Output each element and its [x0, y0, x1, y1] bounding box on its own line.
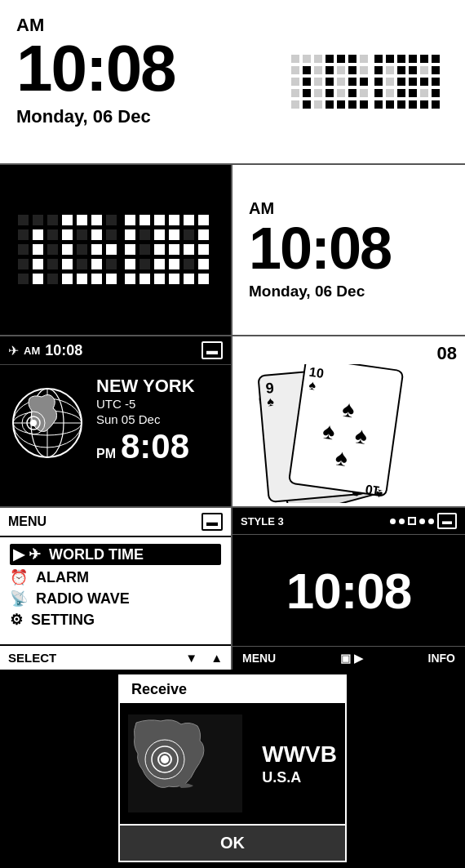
mid-left-pixel-clock: [0, 165, 232, 335]
dot-2: [399, 519, 405, 524]
style-panel: STYLE 3 ▬ 10:08 MENU ▣ ▶ INFO: [232, 508, 465, 670]
world-big-time: 8:08: [121, 430, 189, 464]
mid-pixel-clock-canvas: [3, 168, 228, 332]
menu-header: MENU ▬: [0, 508, 231, 537]
pixel-clock-display: [277, 16, 457, 147]
radio-popup: Receive WWVB U.S.A OK: [118, 674, 347, 862]
mid-row2: ✈ AM 10:08 ▬: [0, 335, 465, 506]
world-time-info: NEW YORK UTC -5 Sun 05 Dec PM 8:08: [96, 377, 224, 464]
menu-item-radio-label: RADIO WAVE: [36, 590, 130, 608]
radio-map-container: [128, 714, 242, 812]
world-header-time: 10:08: [45, 342, 82, 359]
world-header-am: AM: [24, 345, 40, 357]
menu-item-alarm-icon: ⏰: [10, 568, 28, 586]
mid-row1: AM 10:08 Monday, 06 Dec: [0, 163, 465, 335]
radio-station: WWVB: [262, 741, 337, 768]
style-footer-mid: ▣ ▶: [340, 652, 363, 665]
menu-title: MENU: [8, 514, 46, 529]
cards-panel: 08 8 ♣ ♣ ♣ 8 ♠ 9 ♠ ♠: [232, 336, 465, 506]
mid-date-display: Monday, 06 Dec: [249, 283, 449, 300]
pixel-clock-canvas: [277, 16, 457, 147]
menu-item-radio-wave[interactable]: 📡 RADIO WAVE: [10, 590, 221, 608]
world-time-header-left: ✈ AM 10:08: [8, 342, 82, 359]
mid-time-display: 10:08: [249, 218, 449, 280]
menu-item-setting-label: SETTING: [31, 612, 95, 629]
menu-footer: SELECT ▼ ▲: [0, 644, 231, 670]
svg-point-36: [161, 755, 169, 763]
radio-ok-label: OK: [220, 834, 245, 852]
world-utc: UTC -5: [96, 397, 224, 411]
style-time-display: 10:08: [232, 535, 465, 646]
top-section: AM 10:08 Monday, 06 Dec: [0, 0, 465, 163]
world-panel-time: PM 8:08: [96, 430, 224, 464]
dot-4: [428, 519, 434, 524]
globe-svg: [9, 374, 86, 468]
world-time-panel: ✈ AM 10:08 ▬: [0, 336, 232, 506]
radio-popup-title: Receive: [131, 681, 187, 697]
menu-item-world-time-label: WORLD TIME: [49, 546, 144, 563]
menu-items: ▶ ✈ WORLD TIME ⏰ ALARM 📡 RADIO WAVE ⚙ SE…: [0, 537, 231, 644]
svg-rect-23: [288, 364, 402, 496]
radio-map-svg: [128, 714, 242, 812]
dot-1: [390, 519, 396, 524]
cards-svg-container: 8 ♣ ♣ ♣ 8 ♠ 9 ♠ ♠ ♠ 9 ♠: [241, 364, 457, 503]
dot-square: [408, 517, 416, 525]
mid-right-panel: AM 10:08 Monday, 06 Dec: [232, 165, 465, 335]
top-time-display: 10:08: [16, 36, 253, 101]
menu-item-radio-icon: 📡: [10, 590, 28, 608]
top-left-panel: AM 10:08 Monday, 06 Dec: [0, 0, 269, 163]
arrow-up-icon[interactable]: ▲: [210, 651, 223, 665]
dot-3: [419, 519, 425, 524]
style-menu-label[interactable]: MENU: [242, 652, 276, 665]
radio-popup-header: Receive: [120, 676, 345, 703]
style-square-icon: ▣: [340, 652, 351, 665]
world-city: NEW YORK: [96, 377, 224, 395]
cards-number: 08: [437, 343, 457, 364]
world-time-header: ✈ AM 10:08 ▬: [0, 336, 231, 365]
menu-item-setting[interactable]: ⚙ SETTING: [10, 611, 221, 629]
playing-cards-svg: 8 ♣ ♣ ♣ 8 ♠ 9 ♠ ♠ ♠ 9 ♠: [247, 364, 451, 503]
world-date: Sun 05 Dec: [96, 412, 224, 426]
menu-item-alarm[interactable]: ⏰ ALARM: [10, 568, 221, 586]
world-pm-label: PM: [96, 447, 116, 461]
style-battery-icon: ▬: [437, 513, 457, 529]
top-right-panel: [269, 0, 465, 163]
plane-icon: ✈: [8, 343, 19, 358]
style-info-label[interactable]: INFO: [428, 652, 455, 665]
svg-point-8: [30, 420, 37, 426]
style-arrow-right-icon[interactable]: ▶: [354, 652, 363, 665]
style-footer: MENU ▣ ▶ INFO: [232, 646, 465, 670]
radio-info: WWVB U.S.A: [262, 741, 337, 786]
arrow-down-icon[interactable]: ▼: [185, 651, 197, 665]
menu-item-setting-icon: ⚙: [10, 611, 23, 629]
battery-icon: ▬: [202, 341, 223, 359]
globe-container: [7, 372, 88, 470]
radio-popup-body: WWVB U.S.A: [120, 703, 345, 824]
select-label: SELECT: [8, 651, 56, 665]
menu-panel: MENU ▬ ▶ ✈ WORLD TIME ⏰ ALARM 📡 RADIO WA…: [0, 508, 232, 670]
radio-country: U.S.A: [262, 769, 301, 786]
world-time-body: NEW YORK UTC -5 Sun 05 Dec PM 8:08: [0, 365, 231, 476]
menu-item-world-time-icon: ▶ ✈: [13, 545, 41, 563]
menu-item-alarm-label: ALARM: [36, 569, 89, 586]
style-title: STYLE 3: [241, 515, 284, 527]
top-date-display: Monday, 06 Dec: [16, 106, 253, 127]
menu-battery-icon: ▬: [202, 513, 223, 531]
menu-item-world-time[interactable]: ▶ ✈ WORLD TIME: [10, 544, 221, 565]
radio-popup-footer[interactable]: OK: [120, 824, 345, 861]
menu-footer-arrows: ▼ ▲: [185, 651, 223, 665]
style-header: STYLE 3 ▬: [232, 508, 465, 535]
style-dots: ▬: [390, 513, 457, 529]
menu-row: MENU ▬ ▶ ✈ WORLD TIME ⏰ ALARM 📡 RADIO WA…: [0, 506, 465, 670]
